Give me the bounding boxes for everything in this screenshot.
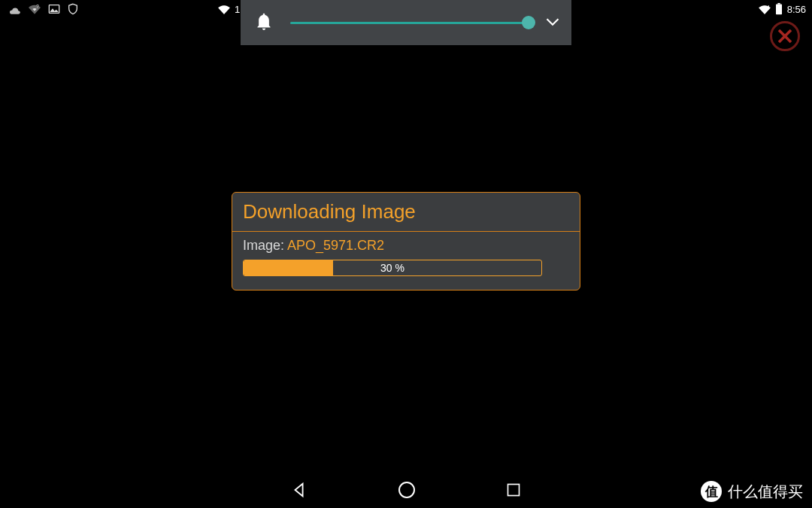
back-button[interactable]	[291, 482, 308, 501]
clock-time: 8:56	[787, 4, 806, 15]
chevron-down-icon[interactable]	[546, 16, 559, 29]
svg-point-7	[399, 482, 414, 497]
svg-rect-3	[776, 5, 782, 15]
close-button[interactable]	[770, 21, 800, 51]
notification-slider[interactable]	[290, 22, 528, 24]
picture-icon	[48, 4, 60, 14]
notification-slider-panel	[241, 0, 571, 45]
svg-rect-2	[768, 5, 768, 9]
recent-apps-button[interactable]	[506, 482, 521, 500]
dialog-body: Image: APO_5971.CR2 30 %	[232, 232, 580, 290]
home-button[interactable]	[398, 481, 416, 502]
wifi-icon	[218, 5, 230, 14]
cloud-icon	[8, 4, 21, 14]
wifi-signal-icon	[759, 5, 771, 14]
navigation-bar	[0, 475, 812, 508]
download-dialog: Downloading Image Image: APO_5971.CR2 30…	[232, 192, 580, 291]
status-left-icons: ?	[0, 3, 78, 15]
svg-rect-4	[777, 3, 780, 5]
shield-icon	[68, 3, 78, 15]
svg-text:?: ?	[36, 4, 39, 9]
progress-text: 30 %	[244, 260, 541, 275]
close-icon	[776, 27, 794, 45]
watermark-badge: 值	[701, 481, 722, 502]
wifi-weak-icon: ?	[29, 4, 41, 14]
watermark-text: 什么值得买	[728, 482, 803, 502]
progress-bar: 30 %	[243, 260, 542, 276]
slider-thumb[interactable]	[522, 16, 535, 29]
bell-icon	[256, 12, 272, 33]
dialog-title: Downloading Image	[243, 200, 569, 224]
svg-rect-8	[508, 485, 520, 496]
dialog-header: Downloading Image	[232, 193, 580, 232]
image-line: Image: APO_5971.CR2	[243, 238, 569, 254]
battery-icon	[775, 3, 783, 15]
image-label: Image:	[243, 238, 287, 253]
status-right: 8:56	[759, 3, 806, 15]
watermark: 值 什么值得买	[701, 481, 803, 502]
image-filename: APO_5971.CR2	[287, 238, 384, 253]
